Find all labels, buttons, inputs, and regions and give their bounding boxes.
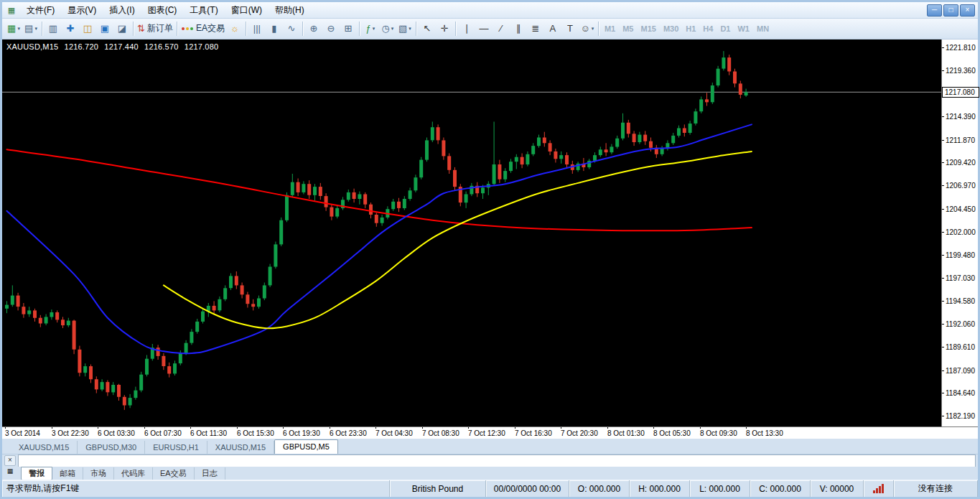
status-connection-bars (864, 480, 894, 497)
price-axis-label: 1202.000 (946, 228, 976, 236)
chart-close-value: 1217.080 (185, 42, 218, 51)
data-window-button[interactable]: ✚ (62, 21, 79, 37)
close-button[interactable]: × (960, 4, 975, 17)
menu-charts[interactable]: 图表(C) (141, 2, 184, 19)
candlestick-chart-button[interactable]: ▮ (266, 21, 283, 37)
time-axis-label: 3 Oct 2014 (5, 429, 40, 437)
terminal-tab-journal[interactable]: 日志 (195, 467, 225, 480)
chart-tab-gbpusd-m30[interactable]: GBPUSD,M30 (78, 441, 145, 454)
chart-tab-xauusd-m15[interactable]: XAUUSD,M15 (11, 441, 78, 454)
ma-blue (7, 124, 752, 353)
periods-button[interactable]: ◷▾ (379, 21, 396, 37)
candlestick-chart[interactable] (2, 39, 942, 430)
time-axis-label: 6 Oct 03:30 (98, 429, 135, 437)
price-axis-label: 1187.090 (946, 367, 975, 375)
menu-file[interactable]: 文件(F) (20, 2, 61, 19)
current-price-tag: 1217.080 (942, 87, 979, 98)
dropdown-caret-icon: ▾ (34, 26, 37, 32)
templates-button[interactable]: ▧▾ (396, 21, 414, 37)
channel-button[interactable]: ∥ (510, 21, 527, 37)
terminal-tab-code-base[interactable]: 代码库 (114, 467, 153, 480)
menu-insert[interactable]: 插入(I) (103, 2, 141, 19)
toolbar-separator (359, 22, 360, 36)
templates-icon: ▧ (398, 24, 407, 33)
time-axis-label: 8 Oct 13:30 (746, 429, 783, 437)
price-axis[interactable]: 1217.080 1221.8101219.3601214.3901211.87… (941, 39, 978, 430)
chart-tab-eurusd-h1[interactable]: EURUSD,H1 (145, 441, 207, 454)
arrows-button[interactable]: ☺▾ (579, 21, 596, 37)
market-watch-button[interactable]: ▥ (45, 21, 62, 37)
ea-trading-button[interactable]: EA交易 (179, 21, 226, 37)
price-axis-label: 1219.360 (946, 67, 976, 75)
vertical-line-button[interactable]: ∣ (458, 21, 475, 37)
zoom-in-button[interactable]: ⊕ (305, 21, 322, 37)
profiles-button[interactable]: ▤▾ (22, 21, 39, 37)
timeframe-mn-button[interactable]: MN (753, 24, 773, 33)
menu-help[interactable]: 帮助(H) (269, 2, 311, 19)
vertical-line-icon: ∣ (465, 24, 470, 33)
price-axis-label: 1189.610 (946, 343, 975, 351)
status-symbol-name: British Pound (390, 480, 486, 497)
new-order-button[interactable]: ⇅新订单 (136, 21, 174, 37)
menu-tools[interactable]: 工具(T) (183, 2, 224, 19)
timeframe-m30-button[interactable]: M30 (660, 24, 682, 33)
new-chart-icon: ▦ (7, 24, 16, 33)
dropdown-caret-icon: ▾ (409, 26, 411, 32)
price-axis-label: 1214.390 (946, 113, 976, 121)
trendline-button[interactable]: ∕ (493, 21, 510, 37)
terminal-close-button[interactable]: × (4, 455, 16, 466)
minimize-button[interactable]: ─ (927, 4, 942, 17)
crosshair-button[interactable]: ✛ (436, 21, 453, 37)
bar-chart-button[interactable]: ||| (248, 21, 266, 37)
terminal-tab-alerts[interactable]: 警报 (21, 467, 52, 480)
timeframe-m5-button[interactable]: M5 (619, 24, 637, 33)
chart-window-icon: ▦ (6, 5, 17, 15)
price-axis-label: 1211.870 (946, 136, 975, 144)
strategy-tester-button[interactable]: ◪ (113, 21, 131, 37)
autotrading-button[interactable]: ☼ (226, 21, 243, 37)
timeframe-m1-button[interactable]: M1 (601, 24, 619, 33)
horizontal-line-button[interactable]: — (475, 21, 493, 37)
chart-tab-gbpusd-m5[interactable]: GBPUSD,M5 (274, 439, 338, 454)
terminal-tab-mailbox[interactable]: 邮箱 (52, 467, 83, 480)
terminal-tab-market[interactable]: 市场 (83, 467, 114, 480)
timeframe-h1-button[interactable]: H1 (682, 24, 699, 33)
line-chart-button[interactable]: ∿ (283, 21, 300, 37)
label-button[interactable]: T (561, 21, 579, 37)
fibonacci-button[interactable]: ≣ (527, 21, 544, 37)
ma-yellow (164, 151, 752, 328)
time-axis[interactable]: 3 Oct 20143 Oct 22:306 Oct 03:306 Oct 07… (2, 426, 978, 439)
arrows-icon: ☺ (581, 24, 590, 33)
zoom-out-button[interactable]: ⊖ (322, 21, 340, 37)
terminal-button[interactable]: ▣ (96, 21, 113, 37)
time-axis-label: 8 Oct 05:30 (653, 429, 691, 437)
navigator-button[interactable]: ◫ (79, 21, 96, 37)
new-chart-button[interactable]: ▦▾ (5, 21, 22, 37)
text-button[interactable]: A (544, 21, 561, 37)
timeframe-h4-button[interactable]: H4 (699, 24, 717, 33)
menu-view[interactable]: 显示(V) (61, 2, 103, 19)
price-axis-label: 1197.030 (946, 274, 975, 282)
ma-red (7, 149, 752, 230)
price-axis-label: 1182.190 (946, 412, 975, 420)
terminal-content[interactable] (18, 454, 976, 467)
menu-window[interactable]: 窗口(W) (225, 2, 269, 19)
timeframe-d1-button[interactable]: D1 (717, 24, 734, 33)
status-close: C: 000.000 (750, 480, 811, 497)
zoom-out-icon: ⊖ (327, 24, 335, 33)
timeframe-m15-button[interactable]: M15 (637, 24, 659, 33)
terminal-tab-ea[interactable]: EA交易 (153, 467, 195, 480)
cursor-button[interactable]: ↖ (419, 21, 436, 37)
status-bar: 寻求帮助,请按F1键British Pound00/00/0000 00:00O… (2, 480, 978, 497)
tile-windows-button[interactable]: ⊞ (340, 21, 357, 37)
chart-open-value: 1216.720 (65, 42, 98, 51)
chart-high-value: 1217.440 (104, 42, 138, 51)
terminal-grid-icon: ▦ (7, 467, 14, 475)
timeframe-w1-button[interactable]: W1 (734, 24, 753, 33)
chart-tab-xauusd-m15-2[interactable]: XAUUSD,M15 (207, 441, 274, 454)
indicators-button[interactable]: ƒ▾ (362, 21, 379, 37)
time-axis-label: 6 Oct 15:30 (237, 429, 274, 437)
restore-button[interactable]: □ (943, 4, 958, 17)
indicators-icon: ƒ (366, 24, 371, 33)
time-axis-label: 8 Oct 09:30 (700, 429, 737, 437)
